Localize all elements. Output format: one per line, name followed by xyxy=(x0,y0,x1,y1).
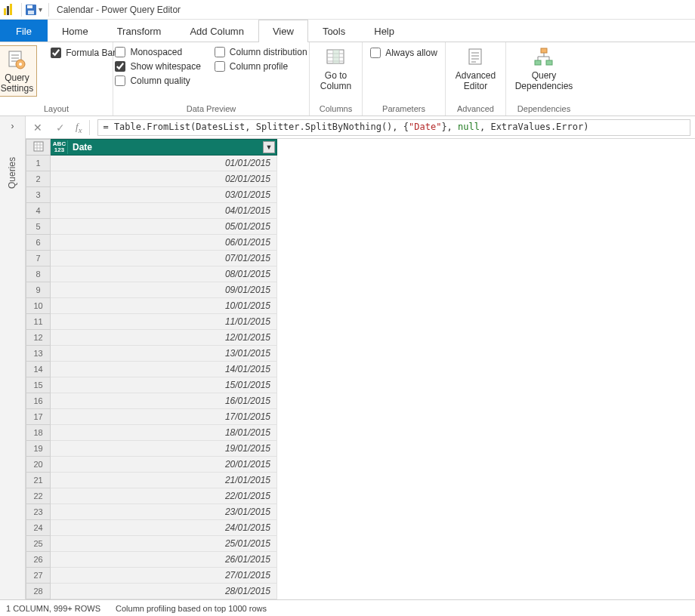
cell-date[interactable]: 27/01/2015 xyxy=(51,568,277,584)
table-row[interactable]: 2828/01/2015 xyxy=(26,584,277,599)
table-row[interactable]: 707/01/2015 xyxy=(26,251,277,266)
cell-date[interactable]: 07/01/2015 xyxy=(51,251,277,266)
data-grid[interactable]: ABC 123 Date ▼ 101/01/2015202/01/2015303… xyxy=(26,139,695,599)
row-number[interactable]: 19 xyxy=(26,441,51,457)
cell-date[interactable]: 06/01/2015 xyxy=(51,235,277,251)
table-row[interactable]: 2121/01/2015 xyxy=(26,473,277,488)
query-settings-button[interactable]: Query Settings xyxy=(0,45,37,97)
cell-date[interactable]: 03/01/2015 xyxy=(51,187,277,203)
table-row[interactable]: 1515/01/2015 xyxy=(26,377,277,393)
row-number[interactable]: 16 xyxy=(26,393,51,409)
row-number[interactable]: 9 xyxy=(26,282,51,298)
table-row[interactable]: 1212/01/2015 xyxy=(26,330,277,346)
cell-date[interactable]: 05/01/2015 xyxy=(51,219,277,235)
advanced-editor-button[interactable]: Advanced Editor xyxy=(456,45,496,92)
cell-date[interactable]: 26/01/2015 xyxy=(51,552,277,568)
cancel-icon[interactable]: ✕ xyxy=(30,122,45,134)
cell-date[interactable]: 11/01/2015 xyxy=(51,314,277,330)
formula-input[interactable]: = Table.FromList(DatesList, Splitter.Spl… xyxy=(97,119,690,136)
column-quality-checkbox[interactable]: Column quality xyxy=(115,75,200,86)
table-row[interactable]: 1414/01/2015 xyxy=(26,362,277,377)
column-profile-checkbox[interactable]: Column profile xyxy=(215,61,307,72)
cell-date[interactable]: 23/01/2015 xyxy=(51,504,277,520)
always-allow-checkbox[interactable]: Always allow xyxy=(370,48,437,58)
cell-date[interactable]: 13/01/2015 xyxy=(51,346,277,362)
row-number[interactable]: 1 xyxy=(26,156,51,171)
table-row[interactable]: 101/01/2015 xyxy=(26,156,277,171)
row-number[interactable]: 10 xyxy=(26,298,51,314)
table-row[interactable]: 2222/01/2015 xyxy=(26,488,277,504)
show-whitespace-checkbox[interactable]: Show whitespace xyxy=(115,61,200,72)
commit-icon[interactable]: ✓ xyxy=(53,122,68,134)
cell-date[interactable]: 12/01/2015 xyxy=(51,330,277,346)
cell-date[interactable]: 17/01/2015 xyxy=(51,409,277,425)
table-row[interactable]: 2323/01/2015 xyxy=(26,504,277,520)
row-number[interactable]: 18 xyxy=(26,425,51,441)
tab-tools[interactable]: Tools xyxy=(308,20,360,42)
row-number[interactable]: 17 xyxy=(26,409,51,425)
table-row[interactable]: 909/01/2015 xyxy=(26,282,277,298)
monospaced-checkbox[interactable]: Monospaced xyxy=(115,47,200,57)
column-filter-dropdown[interactable]: ▼ xyxy=(263,141,275,153)
tab-help[interactable]: Help xyxy=(360,20,409,42)
tab-file[interactable]: File xyxy=(0,20,48,42)
table-row[interactable]: 1010/01/2015 xyxy=(26,298,277,314)
fx-icon[interactable]: fx xyxy=(76,121,82,134)
row-number[interactable]: 23 xyxy=(26,504,51,520)
queries-pane-collapsed[interactable]: › Queries xyxy=(0,116,26,599)
table-row[interactable]: 1313/01/2015 xyxy=(26,346,277,362)
row-number[interactable]: 28 xyxy=(26,584,51,599)
cell-date[interactable]: 10/01/2015 xyxy=(51,298,277,314)
row-number[interactable]: 7 xyxy=(26,251,51,266)
row-number[interactable]: 26 xyxy=(26,552,51,568)
row-number[interactable]: 15 xyxy=(26,377,51,393)
table-corner[interactable] xyxy=(26,140,51,156)
table-row[interactable]: 1818/01/2015 xyxy=(26,425,277,441)
table-row[interactable]: 404/01/2015 xyxy=(26,203,277,219)
cell-date[interactable]: 21/01/2015 xyxy=(51,473,277,488)
row-number[interactable]: 22 xyxy=(26,488,51,504)
table-row[interactable]: 808/01/2015 xyxy=(26,266,277,282)
chevron-right-icon[interactable]: › xyxy=(11,121,14,131)
table-row[interactable]: 505/01/2015 xyxy=(26,219,277,235)
row-number[interactable]: 21 xyxy=(26,473,51,488)
cell-date[interactable]: 02/01/2015 xyxy=(51,171,277,187)
cell-date[interactable]: 14/01/2015 xyxy=(51,362,277,377)
table-row[interactable]: 2525/01/2015 xyxy=(26,536,277,552)
row-number[interactable]: 3 xyxy=(26,187,51,203)
row-number[interactable]: 11 xyxy=(26,314,51,330)
save-icon[interactable] xyxy=(25,4,37,16)
cell-date[interactable]: 28/01/2015 xyxy=(51,584,277,599)
query-dependencies-button[interactable]: Query Dependencies xyxy=(515,45,573,92)
column-distribution-checkbox[interactable]: Column distribution xyxy=(215,47,307,57)
row-number[interactable]: 24 xyxy=(26,520,51,536)
row-number[interactable]: 14 xyxy=(26,362,51,377)
table-row[interactable]: 1616/01/2015 xyxy=(26,393,277,409)
formula-bar-checkbox[interactable]: Formula Bar xyxy=(51,48,116,58)
cell-date[interactable]: 01/01/2015 xyxy=(51,156,277,171)
table-row[interactable]: 2626/01/2015 xyxy=(26,552,277,568)
table-row[interactable]: 2727/01/2015 xyxy=(26,568,277,584)
cell-date[interactable]: 22/01/2015 xyxy=(51,488,277,504)
row-number[interactable]: 25 xyxy=(26,536,51,552)
cell-date[interactable]: 19/01/2015 xyxy=(51,441,277,457)
row-number[interactable]: 4 xyxy=(26,203,51,219)
cell-date[interactable]: 24/01/2015 xyxy=(51,520,277,536)
cell-date[interactable]: 20/01/2015 xyxy=(51,457,277,473)
table-row[interactable]: 303/01/2015 xyxy=(26,187,277,203)
cell-date[interactable]: 08/01/2015 xyxy=(51,266,277,282)
row-number[interactable]: 20 xyxy=(26,457,51,473)
row-number[interactable]: 8 xyxy=(26,266,51,282)
cell-date[interactable]: 09/01/2015 xyxy=(51,282,277,298)
row-number[interactable]: 5 xyxy=(26,219,51,235)
table-row[interactable]: 606/01/2015 xyxy=(26,235,277,251)
tab-home[interactable]: Home xyxy=(48,20,103,42)
row-number[interactable]: 2 xyxy=(26,171,51,187)
row-number[interactable]: 27 xyxy=(26,568,51,584)
table-row[interactable]: 2424/01/2015 xyxy=(26,520,277,536)
table-row[interactable]: 1717/01/2015 xyxy=(26,409,277,425)
column-header-date[interactable]: ABC 123 Date ▼ xyxy=(51,140,277,156)
cell-date[interactable]: 15/01/2015 xyxy=(51,377,277,393)
table-row[interactable]: 1111/01/2015 xyxy=(26,314,277,330)
tab-transform[interactable]: Transform xyxy=(103,20,176,42)
